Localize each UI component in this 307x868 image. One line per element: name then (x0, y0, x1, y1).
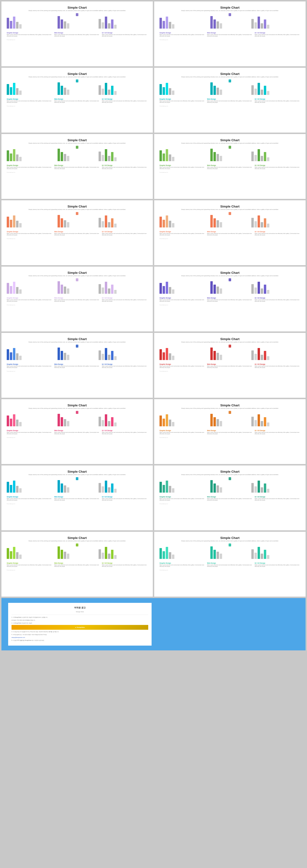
bars-right (99, 279, 147, 294)
label-ui-body: Make a great statement and communicate m… (255, 233, 300, 236)
bars-left (160, 545, 208, 559)
chart-labels: Graphic Design Make a great statement an… (7, 297, 147, 303)
label-ui-body: Make a great statement and communicate m… (255, 432, 300, 435)
chart-right (99, 14, 147, 30)
label-web: Web Design Make a great statement and co… (54, 430, 100, 435)
chart-left (7, 14, 56, 30)
label-web-body: Make a great statement and communicate m… (54, 233, 100, 236)
slide-footer: Presentationgo.com (160, 238, 300, 239)
slide-5: Simple Chart Simply dummy text of the pr… (1, 134, 153, 199)
chart-labels: Graphic Design Make a great statement an… (7, 164, 147, 170)
bars-left (7, 147, 56, 161)
chart-labels: Graphic Design Make a great statement an… (160, 496, 300, 501)
bars-right (251, 279, 300, 294)
label-web: Web Design Make a great statement and co… (207, 231, 252, 236)
chart-mid: G D (58, 412, 97, 427)
label-ui-body: Make a great statement and communicate m… (102, 564, 147, 568)
slide-4: Simple Chart Simply dummy text of the pr… (154, 68, 306, 132)
slide-subtitle: Simply dummy text of the printing and ty… (160, 275, 300, 277)
label-graphic-title: Graphic Design (160, 32, 205, 34)
bars-left (7, 346, 56, 360)
chart-labels: Graphic Design Make a great statement an… (7, 231, 147, 236)
label-graphic-body: Make a great statement and communicate m… (7, 564, 52, 568)
charts-row: G D (160, 279, 300, 295)
bars-mid: G D (210, 545, 249, 559)
chart-labels: Graphic Design Make a great statement an… (7, 98, 147, 104)
ad-bottom: 5. 더 많은 PPT 템플릿을 DesignNote 에서 다운로드 받으세요… (11, 639, 148, 641)
label-web-title: Web Design (207, 231, 252, 232)
slide-3: Simple Chart Simply dummy text of the pr… (1, 68, 153, 132)
label-graphic: Graphic Design Make a great statement an… (7, 496, 52, 501)
slide-footer: Presentationgo.com (7, 503, 147, 504)
chart-labels: Graphic Design Make a great statement an… (160, 363, 300, 369)
label-web: Web Design Make a great statement and co… (207, 164, 252, 170)
label-graphic: Graphic Design Make a great statement an… (7, 32, 52, 37)
label-ui: UI / UX Design Make a great statement an… (255, 363, 300, 369)
chart-labels: Graphic Design Make a great statement an… (7, 32, 147, 37)
slide-subtitle: Simply dummy text of the printing and ty… (7, 209, 147, 211)
label-graphic-title: Graphic Design (160, 297, 205, 299)
chart-labels: Graphic Design Make a great statement an… (160, 98, 300, 104)
label-graphic: Graphic Design Make a great statement an… (7, 562, 52, 568)
slide-title: Simple Chart (160, 536, 300, 540)
slide-footer: Presentationgo.com (7, 172, 147, 173)
label-graphic-title: Graphic Design (160, 430, 205, 431)
slide-7: Simple Chart Simply dummy text of the pr… (1, 200, 153, 265)
label-web: Web Design Make a great statement and co… (54, 363, 100, 369)
chart-left (160, 14, 208, 30)
bars-right (99, 81, 147, 95)
label-web-body: Make a great statement and communicate m… (54, 498, 100, 501)
label-graphic-title: Graphic Design (7, 430, 52, 431)
ad-line4: 3. 이 파일 속성 or 속성을 바꾸거나 무단으로 변경, 개조하여 배포하… (11, 631, 148, 632)
label-graphic-body: Make a great statement and communicate m… (160, 299, 205, 303)
ad-subtitle: Design Note (11, 611, 148, 613)
label-web-title: Web Design (54, 98, 100, 100)
label-graphic-title: Graphic Design (160, 98, 205, 100)
label-ui-body: Make a great statement and communicate m… (102, 498, 147, 501)
chart-right (251, 147, 300, 162)
chart-left (7, 346, 56, 361)
ad-section: 저작권 공고 Design Note 1. 이 (DesignNote) 는 업… (1, 598, 306, 650)
chart-labels: Graphic Design Make a great statement an… (7, 363, 147, 369)
slide-footer: Presentationgo.com (160, 304, 300, 306)
slide-footer: Presentationgo.com (160, 172, 300, 173)
label-ui: UI / UX Design Make a great statement an… (102, 297, 147, 303)
bars-right (251, 545, 300, 559)
bars-mid: G D (210, 346, 249, 360)
chart-right (99, 279, 147, 295)
slide-title: Simple Chart (7, 138, 147, 142)
slide-14: Simple Chart Simply dummy text of the pr… (154, 399, 306, 464)
bars-right (99, 346, 147, 360)
slide-footer: Presentationgo.com (7, 39, 147, 40)
chart-labels: Graphic Design Make a great statement an… (160, 562, 300, 568)
label-ui-title: UI / UX Design (102, 562, 147, 564)
slide-1: Simple Chart Simply dummy text of the pr… (1, 1, 153, 66)
label-ui-title: UI / UX Design (102, 32, 147, 34)
chart-mid: G D (58, 14, 97, 30)
slide-title: Simple Chart (160, 72, 300, 76)
chart-left (160, 545, 208, 560)
bars-left (7, 213, 56, 227)
bars-left (7, 545, 56, 559)
chart-mid: G D (210, 14, 249, 30)
charts-row: G D (7, 545, 147, 560)
bars-right (251, 412, 300, 426)
slide-footer: Presentationgo.com (7, 304, 147, 306)
charts-row: G D (7, 279, 147, 295)
bars-mid: G D (58, 14, 97, 29)
label-ui: UI / UX Design Make a great statement an… (255, 164, 300, 170)
label-ui-title: UI / UX Design (255, 297, 300, 299)
label-ui: UI / UX Design Make a great statement an… (102, 562, 147, 568)
chart-mid: G D (58, 147, 97, 162)
charts-row: G D (160, 412, 300, 427)
chart-right (99, 478, 147, 494)
slide-13: Simple Chart Simply dummy text of the pr… (1, 399, 153, 464)
label-ui-body: Make a great statement and communicate m… (255, 366, 300, 369)
label-ui-body: Make a great statement and communicate m… (255, 100, 300, 104)
chart-mid: G D (58, 346, 97, 361)
chart-left (160, 412, 208, 427)
label-ui-body: Make a great statement and communicate m… (255, 564, 300, 568)
label-web: Web Design Make a great statement and co… (54, 562, 100, 568)
label-ui-body: Make a great statement and communicate m… (102, 432, 147, 435)
slide-12: Simple Chart Simply dummy text of the pr… (154, 333, 306, 398)
